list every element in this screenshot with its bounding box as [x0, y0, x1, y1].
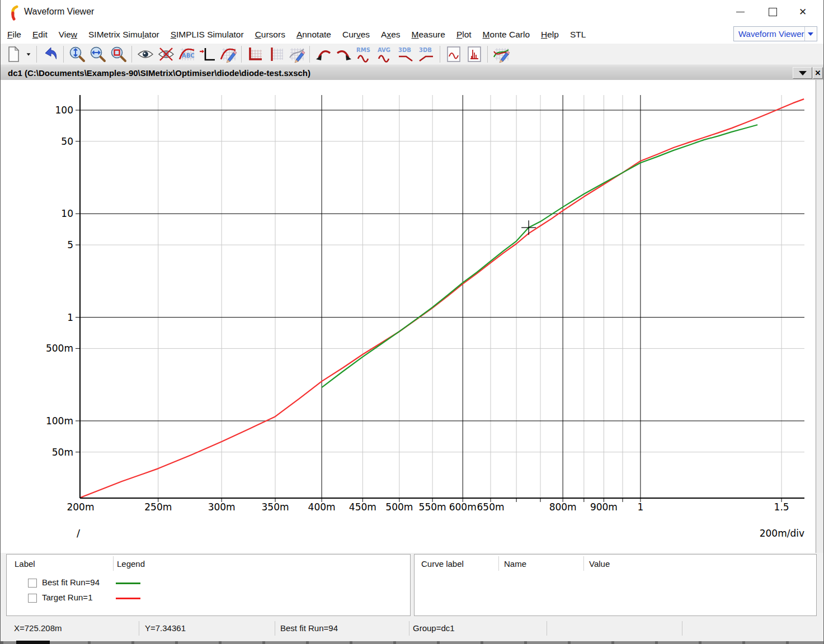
3db-highpass-button[interactable]: 3DB	[416, 45, 437, 64]
avg-icon: AVG	[376, 45, 394, 63]
menu-simplis-simulator[interactable]: SIMPLIS Simulator	[165, 25, 249, 44]
document-tab-bar: dc1 (C:\Documents\Examples-90\SIMetrix\O…	[1, 65, 823, 80]
tab-close-button[interactable]: ✕	[813, 67, 823, 79]
menu-curves[interactable]: Curves	[337, 25, 375, 44]
menu-plot[interactable]: Plot	[451, 25, 477, 44]
hide-curve-button[interactable]	[156, 45, 176, 64]
plot-waveform-button[interactable]	[443, 45, 464, 64]
viewer-mode-label: Waveform Viewer	[734, 29, 804, 39]
3db-highpass-icon: 3DB	[418, 45, 436, 63]
legend-panel: Label Legend Best fit Run=94Target Run=1	[6, 554, 411, 616]
status-segment-1: Y=7.34361	[145, 618, 186, 639]
menu-edit[interactable]: Edit	[27, 25, 53, 44]
close-button[interactable]: ✕	[787, 0, 819, 23]
menu-cursors[interactable]: Cursors	[249, 25, 291, 44]
edit-curves-button[interactable]	[491, 45, 511, 64]
legend-row-label: Target Run=1	[42, 593, 92, 602]
move-curve-to-axis-button[interactable]	[197, 45, 218, 64]
undo-button[interactable]	[40, 45, 60, 64]
column-divider[interactable]	[113, 556, 114, 571]
3db-lowpass-button[interactable]: 3DB	[395, 45, 416, 64]
plot-spectrum-icon	[465, 45, 483, 63]
add-axis-button[interactable]	[244, 45, 265, 64]
viewer-mode-select[interactable]: Waveform Viewer	[733, 26, 817, 41]
x-tick-label-600m: 600m	[449, 501, 477, 513]
zoom-box-button[interactable]	[108, 45, 129, 64]
zoom-x-fit-icon	[89, 45, 107, 63]
column-divider[interactable]	[498, 556, 499, 571]
menu-view[interactable]: View	[53, 25, 83, 44]
menu-annotate[interactable]: Annotate	[291, 25, 337, 44]
svg-text:ABC: ABC	[182, 53, 195, 59]
curve-visibility-checkbox[interactable]	[28, 594, 37, 603]
svg-text:3DB: 3DB	[398, 47, 411, 53]
zoom-box-icon	[110, 45, 128, 63]
legend-row-target-run-1: Target Run=1	[7, 591, 410, 606]
menu-axes[interactable]: Axes	[375, 25, 406, 44]
edit-curve-icon	[219, 45, 237, 63]
legend-row-best-fit-run-94: Best fit Run=94	[7, 576, 410, 591]
toolbar-separator	[131, 46, 132, 63]
tab-dropdown-button[interactable]	[793, 67, 812, 79]
menu-file[interactable]: File	[2, 25, 27, 44]
chevron-down-icon[interactable]	[804, 27, 817, 41]
avg-button[interactable]: AVG	[375, 45, 395, 64]
rms-button[interactable]: RMS	[354, 45, 375, 64]
menu-help[interactable]: Help	[535, 25, 564, 44]
taskbar-sliver	[1, 641, 823, 644]
status-segment-2: Best fit Run=94	[280, 618, 338, 639]
x-tick-label-350m: 350m	[262, 501, 289, 513]
previous-curve-button[interactable]	[313, 45, 333, 64]
waveform-viewer-window: Waveform Viewer ✕ FileEditViewSIMetrix S…	[0, 0, 824, 644]
legend-row-label: Best fit Run=94	[42, 577, 100, 587]
zoom-x-fit-button[interactable]	[87, 45, 108, 64]
show-curve-button[interactable]	[135, 45, 156, 64]
column-divider[interactable]	[583, 556, 584, 571]
x-tick-label-1: 1	[638, 501, 644, 513]
menu-simetrix-simulator[interactable]: SIMetrix Simulator	[83, 25, 165, 44]
curve-best-fit-run-94[interactable]	[322, 125, 757, 387]
title-bar: Waveform Viewer ✕	[1, 0, 823, 25]
plot-spectrum-button[interactable]	[464, 45, 484, 64]
values-col-curve-label: Curve label	[421, 559, 464, 569]
y-tick-label-500m: 500m	[46, 343, 73, 354]
plot-canvas[interactable]: 200m250m300m350m400m450m500m550m600m650m…	[1, 80, 816, 553]
status-divider	[275, 621, 275, 636]
next-curve-button[interactable]	[333, 45, 354, 64]
y-tick-label-10: 10	[61, 208, 73, 219]
y-tick-label-1: 1	[67, 312, 73, 323]
label-curve-button[interactable]: ABC	[176, 45, 197, 64]
maximize-icon	[769, 8, 777, 16]
new-document-button[interactable]	[3, 45, 23, 64]
minimize-button[interactable]	[724, 0, 756, 23]
close-icon: ✕	[799, 6, 807, 18]
toolbar: ABCRMSAVG3DB3DB	[1, 44, 823, 65]
edit-curve-button[interactable]	[218, 45, 238, 64]
menu-monte-carlo[interactable]: Monte Carlo	[477, 25, 535, 44]
x-tick-label-900m: 900m	[590, 501, 618, 513]
curve-target-run-1[interactable]	[81, 99, 804, 498]
add-vertical-axis-button[interactable]	[265, 45, 286, 64]
rms-icon: RMS	[356, 45, 374, 63]
y-tick-label-50m: 50m	[52, 447, 73, 458]
curve-visibility-checkbox[interactable]	[28, 579, 37, 588]
status-bar: X=725.208mY=7.34361Best fit Run=94Group=…	[1, 618, 823, 639]
menu-measure[interactable]: Measure	[406, 25, 451, 44]
edit-grid-button[interactable]	[286, 45, 307, 64]
maximize-button[interactable]	[756, 0, 789, 23]
move-curve-to-axis-icon	[199, 45, 216, 63]
x-tick-label-200m: 200m	[67, 501, 94, 513]
zoom-y-fit-button[interactable]	[67, 45, 87, 64]
new-document-dropdown-button[interactable]	[23, 45, 34, 64]
menu-stl[interactable]: STL	[564, 25, 591, 44]
svg-text:AVG: AVG	[378, 47, 390, 53]
undo-icon	[41, 45, 59, 63]
window-title: Waveform Viewer	[24, 7, 94, 17]
toolbar-separator	[309, 46, 310, 63]
x-tick-label-450m: 450m	[349, 501, 376, 513]
values-col-value: Value	[589, 559, 610, 569]
x-tick-label-250m: 250m	[144, 501, 172, 513]
document-tab-title[interactable]: dc1 (C:\Documents\Examples-90\SIMetrix\O…	[8, 66, 310, 80]
y-tick-label-50: 50	[61, 136, 73, 147]
label-curve-icon: ABC	[178, 45, 196, 63]
